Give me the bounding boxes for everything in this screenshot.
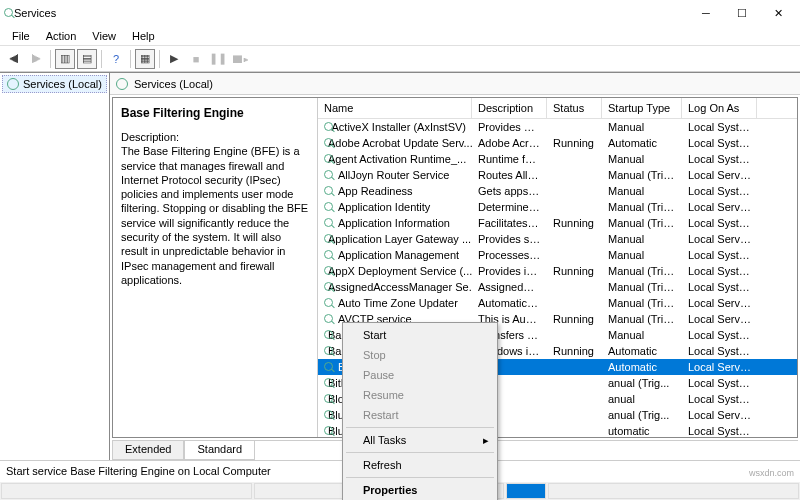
service-logon: Local Syste...: [682, 392, 757, 406]
properties-button[interactable]: ▦: [135, 49, 155, 69]
tree-services-local[interactable]: Services (Local): [2, 75, 107, 93]
menu-separator: [346, 452, 494, 453]
service-status: [547, 174, 602, 176]
separator: [130, 50, 131, 68]
service-status: [547, 366, 602, 368]
service-row[interactable]: Application IdentityDetermines ...Manual…: [318, 199, 797, 215]
service-startup: Manual: [602, 248, 682, 262]
watermark: wsxdn.com: [749, 468, 794, 478]
service-row[interactable]: AppX Deployment Service (...Provides inf…: [318, 263, 797, 279]
restart-service-button[interactable]: ⯀▶: [230, 49, 250, 69]
service-desc: Routes AllJo...: [472, 168, 547, 182]
service-desc: Adobe Acro...: [472, 136, 547, 150]
service-name: Agent Activation Runtime_...: [328, 153, 466, 165]
detail-header: Services (Local): [110, 73, 800, 95]
service-status: Running: [547, 216, 602, 230]
service-logon: Local Service: [682, 408, 757, 422]
ctx-pause: Pause: [345, 365, 495, 385]
forward-button[interactable]: ⯈: [26, 49, 46, 69]
service-status: [547, 158, 602, 160]
service-status: [547, 286, 602, 288]
col-name[interactable]: Name: [318, 98, 472, 118]
service-status: [547, 190, 602, 192]
context-menu: StartStopPauseResumeRestartAll Tasks▸Ref…: [342, 322, 498, 500]
service-startup: Manual: [602, 152, 682, 166]
service-startup: Automatic: [602, 136, 682, 150]
service-startup: Automatic: [602, 360, 682, 374]
col-status[interactable]: Status: [547, 98, 602, 118]
ctx-restart: Restart: [345, 405, 495, 425]
service-row[interactable]: AssignedAccessManager Se...AssignedAc...…: [318, 279, 797, 295]
menu-action[interactable]: Action: [38, 28, 85, 43]
app-icon: [4, 8, 14, 18]
service-icon: [324, 122, 328, 132]
service-startup: Manual: [602, 120, 682, 134]
service-row[interactable]: Application Layer Gateway ...Provides su…: [318, 231, 797, 247]
selected-service-name: Base Filtering Engine: [121, 106, 309, 120]
service-status: [547, 126, 602, 128]
service-desc: Determines ...: [472, 200, 547, 214]
service-row[interactable]: ActiveX Installer (AxInstSV)Provides Us.…: [318, 119, 797, 135]
help-button[interactable]: ?: [106, 49, 126, 69]
service-logon: Local Syste...: [682, 184, 757, 198]
service-logon: Local Syste...: [682, 280, 757, 294]
minimize-button[interactable]: ─: [688, 1, 724, 25]
description-label: Description:: [121, 130, 309, 144]
service-status: Running: [547, 312, 602, 326]
menu-separator: [346, 427, 494, 428]
back-button[interactable]: ⯇: [4, 49, 24, 69]
col-description[interactable]: Description: [472, 98, 547, 118]
service-icon: [324, 186, 334, 196]
service-startup: Manual (Trig...: [602, 264, 682, 278]
gear-icon: [116, 78, 128, 90]
show-hide-tree-button[interactable]: ▥: [55, 49, 75, 69]
service-icon: [324, 362, 334, 372]
detail-header-label: Services (Local): [134, 78, 213, 90]
stop-service-button[interactable]: ■: [186, 49, 206, 69]
tab-standard[interactable]: Standard: [184, 441, 255, 460]
service-logon: Local Syste...: [682, 424, 757, 437]
service-logon: Local Service: [682, 296, 757, 310]
pause-service-button[interactable]: ❚❚: [208, 49, 228, 69]
service-status: [547, 238, 602, 240]
service-desc: Processes in...: [472, 248, 547, 262]
service-icon: [324, 202, 334, 212]
maximize-button[interactable]: ☐: [724, 1, 760, 25]
tab-extended[interactable]: Extended: [112, 441, 184, 460]
service-startup: Manual (Trig...: [602, 280, 682, 294]
start-service-button[interactable]: ▶: [164, 49, 184, 69]
service-startup: Manual (Trig...: [602, 216, 682, 230]
service-status: [547, 302, 602, 304]
toolbar: ⯇ ⯈ ▥ ▤ ? ▦ ▶ ■ ❚❚ ⯀▶: [0, 46, 800, 72]
service-row[interactable]: App ReadinessGets apps re...ManualLocal …: [318, 183, 797, 199]
menu-view[interactable]: View: [84, 28, 124, 43]
export-button[interactable]: ▤: [77, 49, 97, 69]
ctx-start[interactable]: Start: [345, 325, 495, 345]
service-row[interactable]: Application ManagementProcesses in...Man…: [318, 247, 797, 263]
ctx-all-tasks[interactable]: All Tasks▸: [345, 430, 495, 450]
service-row[interactable]: Adobe Acrobat Update Serv...Adobe Acro..…: [318, 135, 797, 151]
window-title: Services: [14, 7, 688, 19]
service-status: [547, 430, 602, 432]
col-startup[interactable]: Startup Type: [602, 98, 682, 118]
ctx-refresh[interactable]: Refresh: [345, 455, 495, 475]
service-logon: Local Service: [682, 312, 757, 326]
service-row[interactable]: AllJoyn Router ServiceRoutes AllJo...Man…: [318, 167, 797, 183]
service-startup: utomatic: [602, 424, 682, 437]
separator: [50, 50, 51, 68]
ctx-properties[interactable]: Properties: [345, 480, 495, 500]
service-row[interactable]: Auto Time Zone UpdaterAutomatica...Manua…: [318, 295, 797, 311]
col-logon[interactable]: Log On As: [682, 98, 757, 118]
menu-help[interactable]: Help: [124, 28, 163, 43]
status-text: Start service Base Filtering Engine on L…: [6, 465, 271, 477]
close-button[interactable]: ✕: [760, 1, 796, 25]
service-status: [547, 334, 602, 336]
service-startup: anual (Trig...: [602, 376, 682, 390]
service-logon: Local Syste...: [682, 344, 757, 358]
menu-file[interactable]: File: [4, 28, 38, 43]
description-pane: Base Filtering Engine Description: The B…: [113, 98, 318, 437]
service-name: Auto Time Zone Updater: [338, 297, 458, 309]
service-startup: Manual: [602, 328, 682, 342]
service-row[interactable]: Agent Activation Runtime_...Runtime for.…: [318, 151, 797, 167]
service-row[interactable]: Application InformationFacilitates t...R…: [318, 215, 797, 231]
